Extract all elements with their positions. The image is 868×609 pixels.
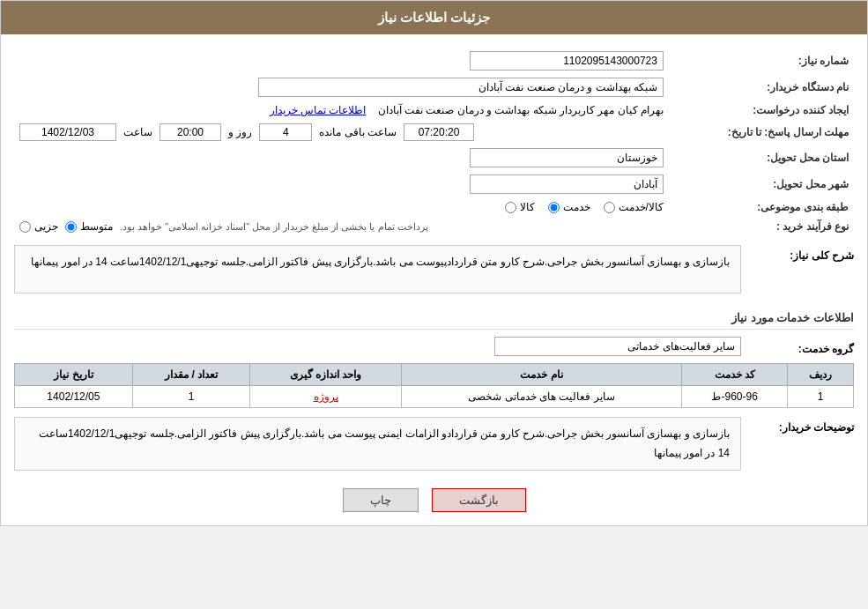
label-ijadKonande: ایجاد کننده درخواست: xyxy=(669,100,854,120)
label-roz: روز و xyxy=(228,126,252,138)
radio-jozyi-input[interactable] xyxy=(19,221,31,233)
radio-kala-label: کالا xyxy=(520,201,535,213)
input-shahr: آبادان xyxy=(470,175,664,194)
radio-kala-khadamat-input[interactable] xyxy=(604,202,615,213)
label-baghimande: ساعت باقی مانده xyxy=(319,126,397,138)
value-sharh: بازسازی و بهسازی آسانسور بخش جراحی.شرح ک… xyxy=(14,245,741,293)
label-tozih: توضیحات خریدار: xyxy=(748,417,854,434)
label-saat: ساعت xyxy=(123,126,152,138)
label-shomareNiaz: شماره نیاز: xyxy=(669,48,854,74)
label-namDastgah: نام دستگاه خریدار: xyxy=(669,74,854,100)
value-mohlat: 1402/12/03 ساعت 20:00 روز و 4 ساعت باقی … xyxy=(14,120,669,145)
services-table: ردیف کد خدمت نام خدمت واحد اندازه گیری ت… xyxy=(14,363,854,408)
input-ostan: خوزستان xyxy=(470,148,664,167)
content-area: شماره نیاز: 1102095143000723 نام دستگاه … xyxy=(1,34,867,525)
radio-kala-input[interactable] xyxy=(505,202,516,213)
main-container: جزئیات اطلاعات نیاز شماره نیاز: 11020951… xyxy=(0,0,868,526)
radio-kala-khadamat-label: کالا/خدمت xyxy=(619,201,664,213)
label-mohlat: مهلت ارسال پاسخ: تا تاریخ: xyxy=(669,120,854,145)
table-row: 1 960-96-ط سایر فعالیت های خدماتی شخصی پ… xyxy=(15,386,854,408)
value-tabaqe: کالا خدمت کالا/خدمت xyxy=(14,197,669,217)
info-services-header: اطلاعات خدمات مورد نیاز xyxy=(14,311,854,330)
input-baghimande: 07:20:20 xyxy=(404,123,474,141)
cell-name: سایر فعالیت های خدماتی شخصی xyxy=(401,386,681,408)
label-shahr: شهر محل تحویل: xyxy=(669,171,854,197)
value-ostan: خوزستان xyxy=(14,145,669,171)
cell-tarikh: 1402/12/05 xyxy=(15,386,133,408)
input-roz: 4 xyxy=(259,123,312,141)
radio-khadamat[interactable]: خدمت xyxy=(548,201,590,213)
label-sharh: شرح کلی نیاز: xyxy=(748,245,854,262)
input-namDastgah: شبکه بهداشت و درمان صنعت نفت آبادان xyxy=(258,78,664,97)
th-kod: کد خدمت xyxy=(681,364,787,386)
input-ijadKonande: بهرام کیان مهر کاربردار شبکه بهداشت و در… xyxy=(378,104,664,116)
sharh-section: شرح کلی نیاز: بازسازی و بهسازی آسانسور ب… xyxy=(14,245,854,302)
th-vahed: واحد اندازه گیری xyxy=(250,364,401,386)
radio-khadamat-input[interactable] xyxy=(548,202,560,213)
cell-radif: 1 xyxy=(788,386,854,408)
value-shomareNiaz: 1102095143000723 xyxy=(47,48,669,74)
page-header: جزئیات اطلاعات نیاز xyxy=(1,1,867,34)
label-goroh: گروه خدمت: xyxy=(748,338,854,355)
radio-jozyi-label: جزیی xyxy=(34,220,58,233)
radio-khadamat-label: خدمت xyxy=(563,201,590,213)
page-title: جزئیات اطلاعات نیاز xyxy=(378,10,490,25)
th-tarikh: تاریخ نیاز xyxy=(15,364,133,386)
radio-kala-khadamat[interactable]: کالا/خدمت xyxy=(604,201,664,213)
radio-motosat-input[interactable] xyxy=(65,221,77,233)
input-saat: 20:00 xyxy=(160,123,221,141)
input-goroh: سایر فعالیت‌های خدماتی xyxy=(494,337,741,356)
value-namDastgah: شبکه بهداشت و درمان صنعت نفت آبادان xyxy=(14,74,669,100)
value-tozih: بازسازی و بهسازی آسانسور بخش جراحی.شرح ک… xyxy=(14,417,741,471)
radio-jozyi[interactable]: جزیی xyxy=(19,220,58,233)
farayand-desc: پرداخت تمام یا بخشی از مبلغ خریدار از مح… xyxy=(120,221,428,233)
goroh-row: گروه خدمت: سایر فعالیت‌های خدماتی xyxy=(14,337,854,356)
value-shahr: آبادان xyxy=(14,171,669,197)
radio-motosat[interactable]: متوسط xyxy=(65,220,113,233)
radio-motosat-label: متوسط xyxy=(80,220,113,233)
cell-vahed: پروژه xyxy=(250,386,401,408)
value-noeFarayand: جزیی متوسط پرداخت تمام یا بخشی از مبلغ خ… xyxy=(14,217,669,236)
input-date: 1402/12/03 xyxy=(19,123,116,141)
cell-kod: 960-96-ط xyxy=(681,386,787,408)
th-name: نام خدمت xyxy=(401,364,681,386)
th-tedad: تعداد / مقدار xyxy=(132,364,250,386)
label-tabaqe: طبقه بندی موضوعی: xyxy=(669,197,854,217)
th-radif: ردیف xyxy=(788,364,854,386)
input-shomareNiaz: 1102095143000723 xyxy=(470,51,664,71)
form-table-main: شماره نیاز: 1102095143000723 نام دستگاه … xyxy=(14,48,854,236)
radio-kala[interactable]: کالا xyxy=(505,201,535,213)
cell-tedad: 1 xyxy=(132,386,250,408)
label-ostan: استان محل تحویل: xyxy=(669,145,854,171)
buttons-row: بازگشت چاپ xyxy=(14,488,854,512)
link-ettelaatTamas[interactable]: اطلاعات تماس خریدار xyxy=(270,104,367,116)
value-ijadKonande: بهرام کیان مهر کاربردار شبکه بهداشت و در… xyxy=(14,100,669,120)
back-button[interactable]: بازگشت xyxy=(432,488,526,512)
print-button[interactable]: چاپ xyxy=(343,488,419,512)
tozih-section: توضیحات خریدار: بازسازی و بهسازی آسانسور… xyxy=(14,417,854,479)
label-noeFarayand: نوع فرآیند خرید : xyxy=(669,217,854,236)
